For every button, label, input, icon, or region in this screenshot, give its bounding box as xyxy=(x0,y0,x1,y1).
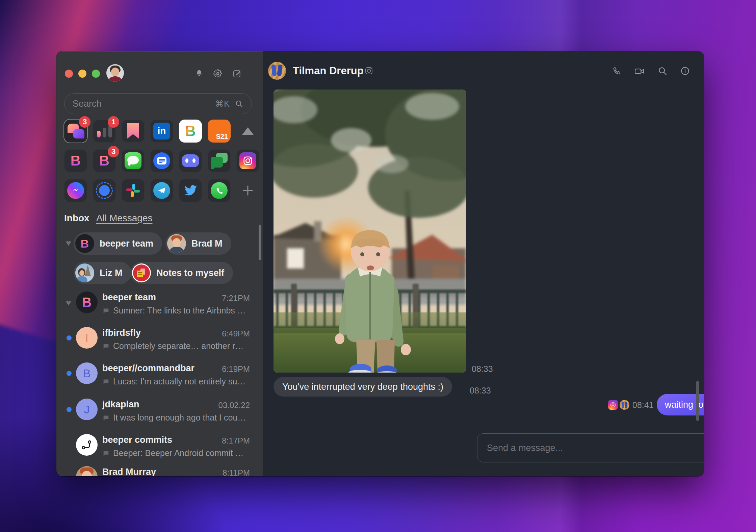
chat-time: 03.02.22 xyxy=(218,401,250,410)
video-icon xyxy=(634,66,645,76)
network-discord[interactable] xyxy=(179,149,202,172)
google-chat-icon xyxy=(211,153,228,169)
favorite-notes-to-myself[interactable]: Notes to myself xyxy=(130,262,233,284)
instagram-icon xyxy=(239,152,256,169)
telegram-icon xyxy=(153,182,170,199)
network-telegram[interactable] xyxy=(150,179,173,202)
chats-icon-2 xyxy=(73,129,84,138)
network-all-chats[interactable]: 3 xyxy=(64,120,87,143)
sms-icon xyxy=(153,152,170,169)
minimize-button[interactable] xyxy=(78,70,86,78)
chat-preview: Sumner: The links to the Airbnbs … xyxy=(113,306,246,315)
network-s21[interactable]: S21 xyxy=(208,120,231,143)
collapse-grid-button[interactable] xyxy=(236,120,259,143)
search-shortcut: ⌘K xyxy=(215,99,230,109)
favorite-label: beeper team xyxy=(100,238,153,249)
favorite-label: Notes to myself xyxy=(156,268,224,278)
s21-icon: S21 xyxy=(216,133,228,141)
chevron-up-icon xyxy=(242,127,254,135)
settings-gear-icon[interactable] xyxy=(213,69,223,78)
zoom-button[interactable] xyxy=(92,70,100,78)
add-network-button[interactable] xyxy=(236,179,259,202)
imessage-icon xyxy=(125,152,141,169)
network-beeper-2[interactable]: B 3 xyxy=(93,149,116,172)
chat-avatar xyxy=(76,434,98,456)
network-imessage[interactable] xyxy=(122,149,145,172)
messages-scrollbar[interactable] xyxy=(696,381,699,421)
linkedin-icon: in xyxy=(153,123,170,140)
chat-time: 7:21PM xyxy=(222,294,250,303)
chat-name: beeper//commandbar xyxy=(102,363,194,374)
network-slack[interactable] xyxy=(122,179,145,202)
photo-message[interactable] xyxy=(273,90,466,373)
chat-title: Tilman Drerup xyxy=(293,65,364,77)
chat-avatar: B xyxy=(76,362,98,384)
chat-name: beeper team xyxy=(102,292,156,303)
photo-timestamp: 08:33 xyxy=(472,364,493,374)
network-instagram[interactable] xyxy=(236,149,259,172)
network-sms[interactable] xyxy=(150,149,173,172)
chat-row-beeper-commits[interactable]: beeper commits 8:17PM Beeper: Beeper And… xyxy=(56,434,263,468)
network-linkedin[interactable]: in xyxy=(150,120,173,143)
chat-row-brad-murray[interactable]: Brad Murray 8:11PM xyxy=(56,466,263,476)
network-signal[interactable] xyxy=(93,179,116,202)
discord-icon xyxy=(182,154,199,167)
close-button[interactable] xyxy=(65,70,73,78)
activity-bars-icon xyxy=(97,125,112,137)
info-button[interactable] xyxy=(680,66,690,76)
unread-dot xyxy=(67,371,72,376)
notifications-bell-icon[interactable] xyxy=(194,69,204,78)
chat-row-beeper-commandbar[interactable]: B beeper//commandbar 6:19PM Lucas: I'm a… xyxy=(56,362,263,396)
beeper-window: ⌘K 3 1 xyxy=(56,51,704,476)
favorite-beeper-team[interactable]: B beeper team xyxy=(74,232,162,255)
favorite-liz-m[interactable]: Liz M xyxy=(74,262,131,284)
chat-pane: Tilman Drerup xyxy=(263,51,704,476)
chat-header-avatar[interactable] xyxy=(268,62,286,80)
message-bubble-icon xyxy=(102,450,110,457)
favorite-brad-m[interactable]: Brad M xyxy=(165,232,231,255)
search-input[interactable] xyxy=(73,99,210,109)
unread-dot xyxy=(67,407,72,412)
search-bar: ⌘K xyxy=(64,93,252,114)
favorites-heart-icon: ♥ xyxy=(66,238,71,248)
tab-all-messages[interactable]: All Messages xyxy=(96,213,153,224)
network-bookmarks[interactable] xyxy=(122,120,145,143)
network-google-chat[interactable] xyxy=(208,149,231,172)
unread-badge: 3 xyxy=(79,116,90,128)
search-in-chat-button[interactable] xyxy=(657,66,668,76)
network-messenger[interactable] xyxy=(64,179,87,202)
network-whatsapp[interactable] xyxy=(208,179,231,202)
call-button[interactable] xyxy=(612,66,622,76)
network-activity[interactable]: 1 xyxy=(93,120,116,143)
network-beeper[interactable]: B xyxy=(64,149,87,172)
bookmark-icon xyxy=(127,123,139,139)
avatar-face xyxy=(111,68,119,76)
search-icon[interactable] xyxy=(235,99,243,108)
chat-preview: It was long enough ago that I cou… xyxy=(113,413,246,423)
profile-avatar[interactable] xyxy=(106,64,124,82)
chat-avatar: I xyxy=(76,327,98,349)
incoming-message-bubble[interactable]: You've interrupted very deep thoughts :) xyxy=(273,377,452,397)
outgoing-instagram-icon xyxy=(608,400,618,410)
twitter-icon xyxy=(183,183,198,198)
favorite-label: Liz M xyxy=(100,268,123,278)
network-beeper-slack[interactable]: B xyxy=(179,120,202,143)
network-twitter[interactable] xyxy=(179,179,202,202)
slack-icon xyxy=(125,182,141,199)
message-bubble-icon xyxy=(102,343,110,350)
beeper-team-avatar: B xyxy=(75,234,94,253)
chat-row-ifbirdsfly[interactable]: I ifbirdsfly 6:49PM Completely separate…… xyxy=(56,327,263,361)
message-input[interactable] xyxy=(487,443,704,453)
chat-preview: Completely separate… another r… xyxy=(113,341,243,351)
beeper-slack-icon: B xyxy=(185,124,196,138)
compose-icon[interactable] xyxy=(232,69,242,78)
message-timestamp: 08:33 xyxy=(470,386,491,396)
tab-inbox[interactable]: Inbox xyxy=(64,213,89,224)
chat-avatar xyxy=(76,466,98,476)
chat-time: 6:49PM xyxy=(222,329,250,338)
whatsapp-icon xyxy=(211,182,228,199)
video-call-button[interactable] xyxy=(634,66,645,76)
chat-row-beeper-team[interactable]: ♥ B beeper team 7:21PM Sumner: The links… xyxy=(56,292,263,325)
chat-row-jdkaplan[interactable]: J jdkaplan 03.02.22 It was long enough a… xyxy=(56,399,263,432)
sidebar-scrollbar[interactable] xyxy=(259,225,261,260)
